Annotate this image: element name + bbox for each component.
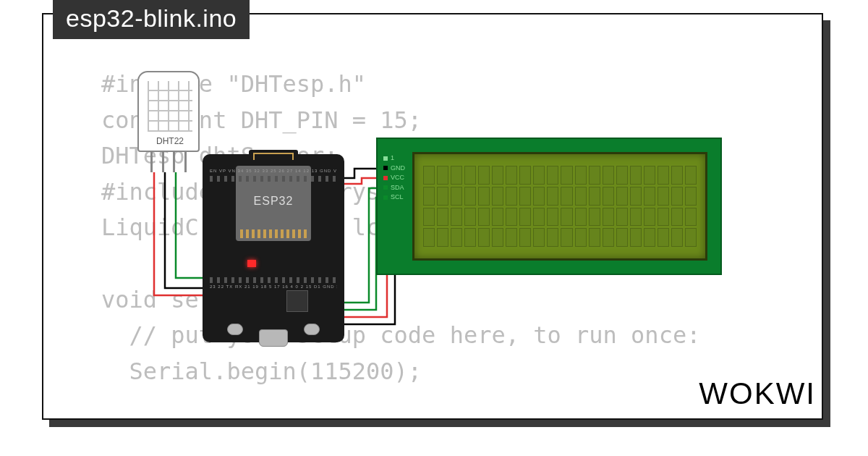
code-background: #include "DHTesp.h" const int DHT_PIN = … xyxy=(101,67,839,421)
project-card: #include "DHTesp.h" const int DHT_PIN = … xyxy=(42,13,823,420)
source-code: #include "DHTesp.h" const int DHT_PIN = … xyxy=(101,67,839,421)
tab-bar: esp32-blink.ino xyxy=(53,0,250,39)
wokwi-logo: WOKWI xyxy=(699,376,816,411)
file-tab[interactable]: esp32-blink.ino xyxy=(53,0,250,39)
